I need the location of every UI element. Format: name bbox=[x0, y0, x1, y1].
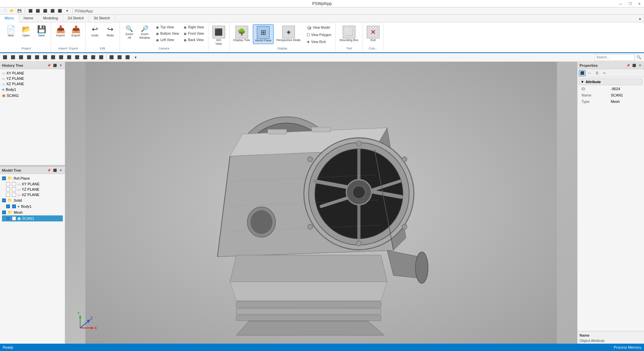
tb-b6[interactable]: ⬛ bbox=[41, 54, 49, 61]
top-view-button[interactable]: ▣ Top View bbox=[154, 24, 181, 30]
tb-b15[interactable]: ⬛ bbox=[116, 54, 123, 61]
model-scan1[interactable]: ✓ ◉ SCAN1 bbox=[2, 215, 63, 221]
bounding-box-button[interactable]: ⬜ Bounding Box bbox=[338, 24, 360, 43]
properties-close[interactable]: ✕ bbox=[637, 63, 643, 68]
tb-b10[interactable]: ⬛ bbox=[73, 54, 81, 61]
xz-plane-checkbox[interactable] bbox=[6, 193, 10, 197]
prop-tb-btn3[interactable]: ☰ bbox=[594, 70, 600, 76]
tb-chevron[interactable]: ▼ bbox=[132, 54, 139, 61]
history-panel-pin[interactable]: 📌 bbox=[46, 63, 51, 68]
open-button[interactable]: 📂 Open bbox=[19, 24, 33, 39]
tb-b5[interactable]: ⬛ bbox=[33, 54, 41, 61]
tb-b3[interactable]: ⬛ bbox=[17, 54, 25, 61]
search-icon[interactable]: 🔍 bbox=[635, 54, 643, 61]
viewport[interactable]: X Y Z bbox=[65, 62, 577, 345]
body1-checkbox2[interactable]: ✓ bbox=[12, 204, 16, 208]
import-button[interactable]: 📥 Import bbox=[53, 24, 68, 39]
model-panel-close[interactable]: ✕ bbox=[58, 168, 63, 173]
scan1-checkbox[interactable]: ✓ bbox=[6, 216, 10, 220]
tab-modeling[interactable]: Modeling bbox=[38, 15, 63, 22]
xz-plane-checkbox2[interactable] bbox=[12, 193, 16, 197]
left-view-button[interactable]: ▣ Left View bbox=[154, 37, 181, 43]
qa-b3[interactable]: ⬛ bbox=[42, 8, 48, 14]
tb-b9[interactable]: ⬛ bbox=[65, 54, 73, 61]
tab-2d-sketch[interactable]: 2d Sketch bbox=[63, 15, 89, 22]
new-button[interactable]: 📄 New bbox=[3, 24, 18, 39]
mesh-checkbox[interactable]: ✓ bbox=[2, 210, 6, 214]
redo-button[interactable]: ↪ Redo bbox=[103, 24, 118, 39]
qa-b4[interactable]: ⬛ bbox=[49, 8, 56, 14]
attribute-section-header[interactable]: ▼ Attribute bbox=[579, 78, 643, 85]
prop-tb-btn4[interactable]: ═ bbox=[601, 70, 608, 76]
scan1-checkbox2[interactable] bbox=[12, 216, 16, 220]
body1-checkbox[interactable]: ✓ bbox=[6, 204, 10, 208]
properties-float[interactable]: ⬛ bbox=[631, 63, 637, 68]
model-xz-plane[interactable]: ▭ XZ PLANE bbox=[2, 192, 63, 197]
history-panel-close[interactable]: ✕ bbox=[58, 63, 63, 68]
yz-plane-checkbox2[interactable] bbox=[12, 187, 16, 191]
minimize-button[interactable]: — bbox=[616, 0, 625, 7]
tb-b4[interactable]: ⬛ bbox=[25, 54, 33, 61]
xy-plane-checkbox2[interactable] bbox=[12, 182, 16, 186]
model-ref-plane[interactable]: ✓ 📁 Ref.Plane bbox=[2, 175, 63, 181]
tb-b16[interactable]: ⬛ bbox=[124, 54, 131, 61]
tb-b2[interactable]: ⬛ bbox=[9, 54, 17, 61]
model-body1[interactable]: ✓ ✓ ● Body1 bbox=[2, 203, 63, 209]
view-rich-button[interactable]: ✦ View Rich bbox=[305, 39, 333, 45]
model-panel-pin[interactable]: 📌 bbox=[46, 168, 51, 173]
tb-b8[interactable]: ⬛ bbox=[57, 54, 65, 61]
tab-menu[interactable]: Menu bbox=[0, 15, 19, 23]
save-button[interactable]: 💾 Save bbox=[34, 24, 49, 39]
prop-tb-btn1[interactable]: ⬛ bbox=[579, 70, 586, 76]
qa-b5[interactable]: ⬛ bbox=[56, 8, 63, 14]
model-xy-plane[interactable]: ▭ XY PLANE bbox=[2, 181, 63, 187]
close-button[interactable]: ✕ bbox=[635, 0, 644, 7]
view-model-button[interactable]: 🎲 View Model bbox=[305, 24, 333, 31]
solid-checkbox[interactable]: ✓ bbox=[2, 198, 6, 202]
export-button[interactable]: 📤 Export bbox=[68, 24, 83, 39]
model-yz-plane[interactable]: ▭ YZ PLANE bbox=[2, 187, 63, 192]
tab-home[interactable]: Home bbox=[19, 15, 38, 22]
qa-open[interactable]: 📂 bbox=[9, 8, 15, 14]
history-body1[interactable]: ● Body1 bbox=[2, 86, 63, 93]
back-view-button[interactable]: ▣ Back View bbox=[182, 37, 206, 43]
history-xz-plane[interactable]: ▭ XZ PLANE bbox=[2, 81, 63, 86]
qa-b2[interactable]: ⬛ bbox=[34, 8, 41, 14]
model-panel-float[interactable]: ⬛ bbox=[52, 168, 57, 173]
yz-plane-checkbox[interactable] bbox=[6, 187, 10, 191]
right-view-button[interactable]: ▣ Right View bbox=[182, 24, 206, 30]
zoom-window-button[interactable]: 🔎 ZoomWindow bbox=[137, 24, 152, 41]
qa-save[interactable]: 💾 bbox=[16, 8, 23, 14]
exit-button[interactable]: ✕ Exit bbox=[365, 24, 381, 43]
tb-b12[interactable]: ⬛ bbox=[90, 54, 97, 61]
history-xy-plane[interactable]: ▭ XY PLANE bbox=[2, 70, 63, 76]
zoom-all-button[interactable]: 🔍 ZoomAll bbox=[122, 24, 137, 41]
world-plane-button[interactable]: ⊞ World Plane bbox=[253, 24, 274, 44]
qa-new[interactable]: 📄 bbox=[1, 8, 8, 14]
tb-b11[interactable]: ⬛ bbox=[82, 54, 89, 61]
xy-plane-checkbox[interactable] bbox=[6, 182, 10, 186]
display-tree-button[interactable]: 🌳 Display Tree bbox=[231, 24, 252, 43]
maximize-button[interactable]: ❐ bbox=[625, 0, 635, 7]
history-scan1[interactable]: ◉ SCAN1 bbox=[2, 93, 63, 99]
tab-3d-sketch[interactable]: 3d Sketch bbox=[89, 15, 115, 22]
properties-pin[interactable]: 📌 bbox=[625, 63, 631, 68]
qa-chevron[interactable]: ▼ bbox=[64, 8, 70, 14]
model-mesh[interactable]: ✓ 📁 Mesh bbox=[2, 209, 63, 215]
undo-button[interactable]: ↩ Undo bbox=[88, 24, 102, 39]
history-panel-float[interactable]: ⬛ bbox=[52, 63, 57, 68]
bottom-view-button[interactable]: ▣ Bottom View bbox=[154, 31, 181, 37]
front-view-button[interactable]: ▣ Front View bbox=[182, 31, 206, 37]
tb-b13[interactable]: ⬛ bbox=[98, 54, 105, 61]
tb-b1[interactable]: ⬛ bbox=[1, 54, 9, 61]
ribbon-collapse-btn[interactable]: ▲ bbox=[637, 15, 643, 21]
prop-tb-btn2[interactable]: ↑↓ bbox=[586, 70, 593, 76]
perspective-mode-button[interactable]: ◈ Perspective Mode bbox=[274, 24, 302, 43]
tb-b7[interactable]: ⬛ bbox=[49, 54, 57, 61]
qa-b1[interactable]: ⬛ bbox=[27, 8, 34, 14]
model-solid[interactable]: ✓ 📁 Solid bbox=[2, 197, 63, 203]
iso-view-button[interactable]: ⬛ ISOView bbox=[210, 24, 227, 47]
search-input[interactable] bbox=[595, 54, 635, 61]
ref-plane-checkbox[interactable]: ✓ bbox=[2, 176, 6, 180]
history-yz-plane[interactable]: ▭ YZ PLANE bbox=[2, 76, 63, 81]
